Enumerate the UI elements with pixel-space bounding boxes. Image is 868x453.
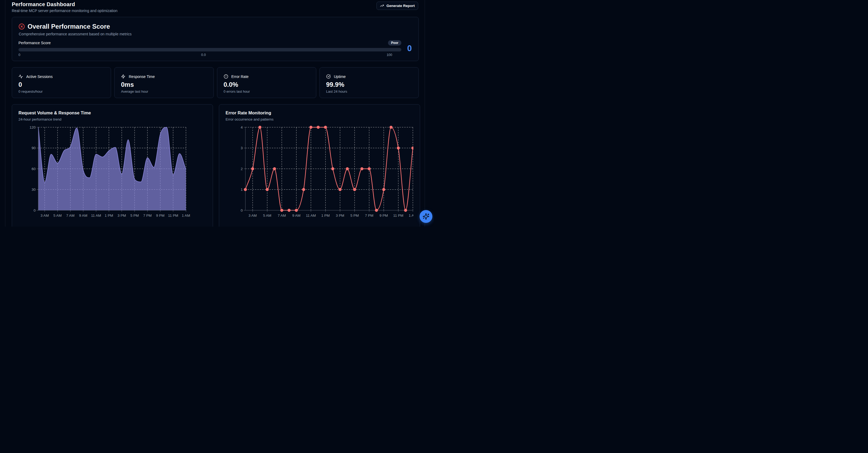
error-rate-chart-card: Error Rate Monitoring Error occurrence a… bbox=[219, 104, 420, 227]
metric-label: Uptime bbox=[334, 75, 346, 79]
score-scale: 0 0.0 100 bbox=[19, 53, 392, 57]
page-subtitle: Real-time MCP server performance monitor… bbox=[12, 8, 419, 13]
score-progress-bar bbox=[19, 48, 401, 51]
svg-text:0: 0 bbox=[33, 208, 36, 213]
svg-text:11 PM: 11 PM bbox=[168, 214, 178, 218]
chart-subtitle: 24-hour performance trend bbox=[19, 117, 206, 121]
svg-text:11 PM: 11 PM bbox=[393, 214, 403, 218]
svg-text:9 PM: 9 PM bbox=[379, 214, 388, 218]
metric-label: Active Sessions bbox=[26, 75, 53, 79]
metric-value: 0.0% bbox=[224, 81, 310, 88]
error-rate-chart: 012343 AM5 AM7 AM9 AM11 AM1 PM3 PM5 PM7 … bbox=[225, 124, 413, 219]
panel-right-border bbox=[425, 0, 425, 227]
metrics-row: Active Sessions 0 0 requests/hour Respon… bbox=[12, 67, 419, 98]
scale-min: 0 bbox=[19, 53, 20, 57]
scale-mid: 0.0 bbox=[201, 53, 206, 57]
metric-sub: Last 24 hours bbox=[326, 89, 412, 93]
svg-text:7 PM: 7 PM bbox=[143, 214, 152, 218]
svg-text:9 AM: 9 AM bbox=[292, 214, 301, 218]
svg-text:11 AM: 11 AM bbox=[306, 214, 316, 218]
svg-text:4: 4 bbox=[241, 125, 243, 130]
score-status-badge: Poor bbox=[388, 40, 401, 46]
svg-text:9 PM: 9 PM bbox=[156, 214, 164, 218]
charts-row: Request Volume & Response Time 24-hour p… bbox=[12, 104, 419, 227]
svg-text:1 PM: 1 PM bbox=[321, 214, 330, 218]
chart-title: Request Volume & Response Time bbox=[19, 110, 206, 115]
svg-text:11 AM: 11 AM bbox=[91, 214, 101, 218]
trending-up-icon bbox=[380, 4, 384, 8]
svg-text:2: 2 bbox=[241, 167, 243, 171]
svg-text:5 PM: 5 PM bbox=[350, 214, 359, 218]
page-title: Performance Dashboard bbox=[12, 1, 419, 7]
metric-label: Error Rate bbox=[231, 75, 249, 79]
svg-text:9 AM: 9 AM bbox=[79, 214, 88, 218]
generate-report-button[interactable]: Generate Report bbox=[376, 2, 418, 10]
score-value: 0 bbox=[407, 44, 412, 53]
assistant-fab-button[interactable] bbox=[420, 210, 432, 223]
svg-text:3 AM: 3 AM bbox=[249, 214, 257, 218]
svg-text:1 PM: 1 PM bbox=[104, 214, 113, 218]
request-volume-chart-card: Request Volume & Response Time 24-hour p… bbox=[12, 104, 213, 227]
svg-text:120: 120 bbox=[29, 125, 36, 130]
active-sessions-card: Active Sessions 0 0 requests/hour bbox=[12, 67, 111, 98]
page-header: Performance Dashboard Real-time MCP serv… bbox=[12, 1, 419, 13]
score-label: Performance Score bbox=[19, 41, 51, 45]
panel-left-border bbox=[5, 0, 5, 227]
activity-icon bbox=[19, 74, 23, 79]
svg-text:30: 30 bbox=[32, 188, 36, 192]
check-circle-icon bbox=[326, 74, 331, 79]
svg-text:7 AM: 7 AM bbox=[66, 214, 75, 218]
svg-text:0: 0 bbox=[241, 208, 243, 213]
metric-sub: 0 errors last hour bbox=[224, 89, 310, 93]
chart-subtitle: Error occurrence and patterns bbox=[225, 117, 413, 121]
circle-x-icon bbox=[19, 23, 25, 30]
scale-max: 100 bbox=[386, 53, 392, 57]
metric-sub: Average last hour bbox=[121, 89, 207, 93]
svg-text:3 PM: 3 PM bbox=[336, 214, 344, 218]
generate-report-label: Generate Report bbox=[386, 4, 415, 8]
sparkles-icon bbox=[423, 213, 430, 220]
svg-text:7 AM: 7 AM bbox=[278, 214, 286, 218]
svg-text:5 AM: 5 AM bbox=[263, 214, 271, 218]
svg-text:3 PM: 3 PM bbox=[118, 214, 126, 218]
metric-value: 99.9% bbox=[326, 81, 412, 88]
overall-performance-card: Overall Performance Score Comprehensive … bbox=[12, 17, 419, 61]
alert-circle-icon bbox=[224, 74, 228, 79]
svg-text:3: 3 bbox=[241, 146, 243, 150]
svg-text:90: 90 bbox=[32, 146, 36, 150]
svg-text:60: 60 bbox=[32, 167, 36, 171]
error-rate-card: Error Rate 0.0% 0 errors last hour bbox=[217, 67, 316, 98]
svg-text:5 PM: 5 PM bbox=[130, 214, 139, 218]
metric-value: 0ms bbox=[121, 81, 207, 88]
zap-icon bbox=[121, 74, 125, 79]
svg-text:3 AM: 3 AM bbox=[41, 214, 49, 218]
svg-text:7 PM: 7 PM bbox=[365, 214, 374, 218]
svg-text:1: 1 bbox=[241, 188, 243, 192]
metric-value: 0 bbox=[19, 81, 104, 88]
overall-subtitle: Comprehensive performance assessment bas… bbox=[19, 32, 412, 36]
overall-title: Overall Performance Score bbox=[28, 23, 110, 30]
metric-label: Response Time bbox=[129, 75, 155, 79]
svg-text:1 AM: 1 AM bbox=[409, 214, 413, 218]
uptime-card: Uptime 99.9% Last 24 hours bbox=[319, 67, 419, 98]
response-time-card: Response Time 0ms Average last hour bbox=[114, 67, 214, 98]
svg-text:1 AM: 1 AM bbox=[182, 214, 190, 218]
svg-text:5 AM: 5 AM bbox=[54, 214, 62, 218]
metric-sub: 0 requests/hour bbox=[19, 89, 104, 93]
request-volume-chart: 03060901203 AM5 AM7 AM9 AM11 AM1 PM3 PM5… bbox=[19, 124, 206, 219]
chart-title: Error Rate Monitoring bbox=[225, 110, 413, 115]
